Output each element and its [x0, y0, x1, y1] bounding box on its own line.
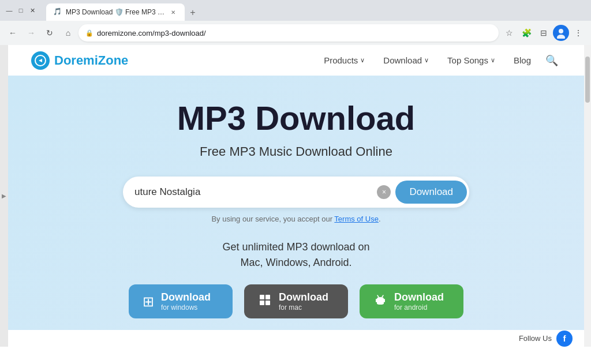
android-dl-sub: for android [394, 303, 444, 312]
promo-text: Get unlimited MP3 download onMac, Window… [222, 239, 369, 271]
close-button[interactable]: ✕ [28, 6, 37, 15]
address-bar[interactable]: 🔒 doremizone.com/mp3-download/ [78, 24, 499, 42]
clear-icon: × [382, 188, 386, 196]
terms-link[interactable]: Terms of Use [334, 215, 379, 223]
minimize-button[interactable]: — [5, 6, 14, 15]
svg-line-10 [377, 295, 379, 297]
scrollbar[interactable] [584, 45, 591, 347]
svg-rect-7 [265, 301, 270, 305]
nav-search-button[interactable]: 🔍 [543, 51, 561, 70]
site-logo[interactable]: DoremiZone [31, 51, 128, 70]
hero-subtitle: Free MP3 Music Download Online [200, 144, 392, 159]
svg-rect-5 [265, 295, 270, 299]
left-scroll-arrow[interactable]: ▶ [0, 45, 8, 347]
tab-close-button[interactable]: ✕ [169, 7, 178, 17]
home-button[interactable]: ⌂ [60, 25, 76, 41]
tab-bar: 🎵 MP3 Download 🛡️ Free MP3 M... ✕ + [42, 0, 205, 21]
mac-icon [258, 293, 272, 310]
extensions-button[interactable]: 🧩 [518, 25, 534, 41]
page-wrapper: ▶ DoremiZone Products ∨ Download ∨ [0, 45, 591, 347]
svg-point-9 [381, 298, 383, 299]
footer-bar: Follow Us f [8, 330, 584, 347]
windows-dl-main: Download [161, 291, 211, 303]
maximize-button[interactable]: □ [16, 6, 25, 15]
windows-icon: ⊞ [143, 294, 154, 310]
active-tab[interactable]: 🎵 MP3 Download 🛡️ Free MP3 M... ✕ [46, 3, 185, 21]
address-text: doremizone.com/mp3-download/ [97, 29, 492, 37]
svg-rect-6 [260, 301, 264, 305]
search-input[interactable] [134, 186, 377, 198]
android-dl-main: Download [394, 291, 444, 303]
top-songs-chevron-icon: ∨ [491, 57, 495, 64]
follow-us-text: Follow Us [519, 334, 552, 343]
tab-favicon: 🎵 [53, 7, 62, 17]
website-content: DoremiZone Products ∨ Download ∨ Top Son… [8, 45, 584, 347]
scroll-thumb[interactable] [585, 57, 590, 103]
menu-button[interactable]: ⋮ [570, 25, 586, 41]
download-buttons-group: ⊞ Download for windows Download for mac [129, 284, 463, 318]
download-android-button[interactable]: Download for android [360, 284, 463, 318]
mac-dl-main: Download [279, 291, 328, 303]
hero-section: MP3 Download Free MP3 Music Download Onl… [8, 76, 584, 330]
download-chevron-icon: ∨ [424, 57, 429, 64]
search-clear-button[interactable]: × [377, 185, 391, 199]
svg-line-11 [382, 295, 383, 297]
logo-icon [31, 51, 50, 70]
download-windows-button[interactable]: ⊞ Download for windows [129, 284, 233, 318]
cast-button[interactable]: ⊟ [536, 25, 552, 41]
svg-rect-4 [260, 295, 264, 299]
reload-button[interactable]: ↻ [42, 25, 58, 41]
windows-dl-sub: for windows [161, 303, 211, 312]
terms-text: By using our service, you accept our Ter… [211, 215, 380, 223]
lock-icon: 🔒 [85, 29, 93, 37]
back-button[interactable]: ← [5, 25, 21, 41]
mac-dl-sub: for mac [279, 303, 328, 312]
new-tab-button[interactable]: + [185, 5, 201, 21]
hero-title: MP3 Download [177, 99, 415, 137]
android-icon [373, 293, 387, 310]
nav-links: Products ∨ Download ∨ Top Songs ∨ Blog 🔍 [317, 51, 561, 70]
svg-point-8 [378, 298, 379, 299]
svg-point-1 [559, 29, 563, 33]
logo-text: DoremiZone [54, 53, 128, 68]
forward-button[interactable]: → [23, 25, 39, 41]
nav-download[interactable]: Download ∨ [376, 51, 436, 70]
search-download-button[interactable]: Download [395, 181, 467, 204]
site-nav: DoremiZone Products ∨ Download ∨ Top Son… [8, 45, 584, 76]
tab-title: MP3 Download 🛡️ Free MP3 M... [66, 8, 165, 16]
bookmark-button[interactable]: ☆ [501, 25, 517, 41]
download-mac-button[interactable]: Download for mac [244, 284, 348, 318]
nav-products[interactable]: Products ∨ [317, 51, 372, 70]
toolbar-right: ☆ 🧩 ⊟ ⋮ [501, 25, 586, 41]
svg-rect-12 [376, 299, 377, 302]
profile-button[interactable] [553, 25, 569, 41]
browser-toolbar: ← → ↻ ⌂ 🔒 doremizone.com/mp3-download/ ☆… [0, 21, 591, 45]
products-chevron-icon: ∨ [360, 57, 365, 64]
facebook-icon[interactable]: f [556, 331, 573, 347]
svg-rect-13 [384, 299, 385, 302]
browser-titlebar: — □ ✕ 🎵 MP3 Download 🛡️ Free MP3 M... ✕ … [0, 0, 591, 21]
nav-blog[interactable]: Blog [507, 51, 538, 70]
search-container: × Download [123, 177, 469, 208]
window-controls: — □ ✕ [5, 6, 37, 15]
nav-top-songs[interactable]: Top Songs ∨ [440, 51, 502, 70]
